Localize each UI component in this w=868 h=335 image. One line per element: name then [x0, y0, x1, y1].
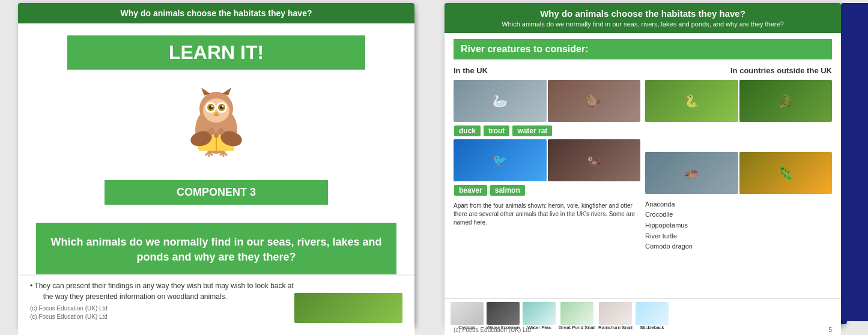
- beaver-label: beaver: [454, 185, 487, 196]
- svg-point-12: [222, 106, 224, 107]
- snake-image: 🐍: [645, 80, 738, 122]
- svg-point-25: [218, 128, 224, 135]
- uk-labels-bottom: beaver salmon: [454, 184, 640, 197]
- croc-image: 🐊: [739, 80, 833, 122]
- right-page-num-5: 5: [828, 327, 832, 333]
- main-right-slide: Why do animals choose the habitats they …: [445, 3, 841, 327]
- komodo-item: Comodo dragon: [645, 241, 832, 252]
- bottom-animals-bar: Cyclops Water Scorpion Water Flea Great …: [445, 298, 841, 335]
- learn-it-banner: LEARN IT!: [67, 35, 365, 70]
- left-slide-body: LEARN IT!: [18, 23, 414, 289]
- far-right-strip: [841, 3, 868, 321]
- right-sub-title: Which animals do we normally find in our…: [457, 20, 829, 28]
- svg-point-11: [211, 106, 213, 107]
- outside-column: 🐍 🐊 🦛 🦎 Anaconda Crocodile Hippopotamus …: [645, 80, 832, 252]
- anaconda-item: Anaconda: [645, 199, 832, 210]
- uk-column: 🦢 🦫 duck trout water rat 🐦 🦦 beaver: [454, 80, 640, 252]
- bottom-footer-3: (c) Focus Education (UK) Ltd: [30, 313, 108, 320]
- svg-point-24: [208, 128, 214, 135]
- crocodile-item: Crocodile: [645, 210, 832, 220]
- otter-image: 🦦: [548, 139, 641, 181]
- right-slide-header: Why do animals choose the habitats they …: [445, 3, 841, 33]
- right-main-title: Why do animals choose the habitats they …: [457, 8, 829, 20]
- water-rat-label: water rat: [512, 125, 552, 136]
- kingfisher-image: 🐦: [454, 139, 547, 181]
- bottom-notes-left: • They can present their findings in any…: [18, 274, 414, 335]
- columns-header: In the UK In countries outside the UK: [454, 64, 832, 77]
- component-banner: COMPONENT 3: [105, 180, 328, 205]
- vole-image: 🦫: [548, 80, 641, 122]
- komodo-image: 🦎: [739, 152, 833, 194]
- trout-label: trout: [484, 125, 509, 136]
- hippo-item: Hippopotamus: [645, 220, 832, 231]
- duck-label: duck: [454, 125, 481, 136]
- heron-image: 🦢: [454, 80, 547, 122]
- outside-animals-list: Anaconda Crocodile Hippopotamus River tu…: [645, 196, 832, 252]
- question-box: Which animals do we normally find in our…: [36, 223, 396, 277]
- river-grid: 🦢 🦫 duck trout water rat 🐦 🦦 beaver: [454, 80, 832, 252]
- uk-description: Apart from the four animals shown: heron…: [454, 199, 640, 230]
- right-bottom-footer: (c) Focus Education (UK) Ltd: [454, 327, 531, 333]
- owl-illustration: [30, 85, 402, 168]
- outside-column-header: In countries outside the UK: [643, 64, 832, 77]
- left-slide-header: Why do animals choose the habitats they …: [18, 3, 414, 23]
- river-turtle-item: River turtle: [645, 231, 832, 242]
- bottom-footer-left: (c) Focus Education (UK) Ltd: [30, 305, 108, 312]
- right-slide-body: River creatures to consider: In the UK I…: [445, 33, 841, 258]
- svg-point-26: [214, 132, 219, 138]
- hippo-image: 🦛: [645, 152, 738, 194]
- uk-column-header: In the UK: [454, 64, 643, 77]
- thumbnail-image: [294, 293, 402, 323]
- river-creatures-title: River creatures to consider:: [454, 39, 832, 59]
- salmon-label: salmon: [490, 185, 525, 196]
- uk-labels-top: duck trout water rat: [454, 124, 640, 137]
